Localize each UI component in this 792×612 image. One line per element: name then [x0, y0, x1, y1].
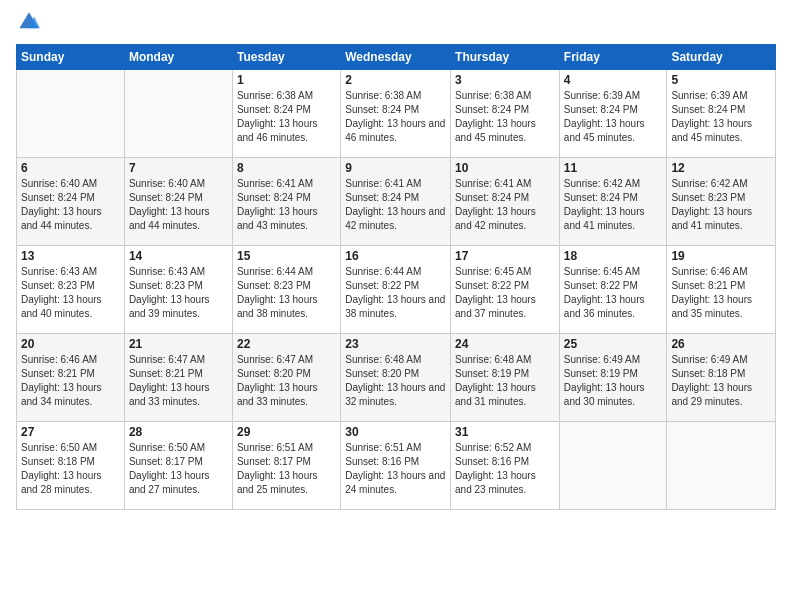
calendar-cell: 17Sunrise: 6:45 AM Sunset: 8:22 PM Dayli… — [451, 246, 560, 334]
day-number: 6 — [21, 161, 120, 175]
day-info: Sunrise: 6:41 AM Sunset: 8:24 PM Dayligh… — [455, 177, 555, 233]
day-number: 18 — [564, 249, 663, 263]
day-info: Sunrise: 6:45 AM Sunset: 8:22 PM Dayligh… — [564, 265, 663, 321]
day-number: 24 — [455, 337, 555, 351]
calendar-table: SundayMondayTuesdayWednesdayThursdayFrid… — [16, 44, 776, 510]
weekday-header-friday: Friday — [559, 45, 667, 70]
day-info: Sunrise: 6:40 AM Sunset: 8:24 PM Dayligh… — [21, 177, 120, 233]
calendar-cell: 16Sunrise: 6:44 AM Sunset: 8:22 PM Dayli… — [341, 246, 451, 334]
calendar-cell: 22Sunrise: 6:47 AM Sunset: 8:20 PM Dayli… — [232, 334, 340, 422]
day-info: Sunrise: 6:46 AM Sunset: 8:21 PM Dayligh… — [671, 265, 771, 321]
day-number: 8 — [237, 161, 336, 175]
day-info: Sunrise: 6:42 AM Sunset: 8:24 PM Dayligh… — [564, 177, 663, 233]
day-info: Sunrise: 6:51 AM Sunset: 8:16 PM Dayligh… — [345, 441, 446, 497]
day-info: Sunrise: 6:49 AM Sunset: 8:18 PM Dayligh… — [671, 353, 771, 409]
day-number: 31 — [455, 425, 555, 439]
calendar-cell — [559, 422, 667, 510]
day-number: 7 — [129, 161, 228, 175]
day-info: Sunrise: 6:41 AM Sunset: 8:24 PM Dayligh… — [345, 177, 446, 233]
day-info: Sunrise: 6:38 AM Sunset: 8:24 PM Dayligh… — [345, 89, 446, 145]
day-info: Sunrise: 6:50 AM Sunset: 8:17 PM Dayligh… — [129, 441, 228, 497]
day-info: Sunrise: 6:41 AM Sunset: 8:24 PM Dayligh… — [237, 177, 336, 233]
calendar-cell: 6Sunrise: 6:40 AM Sunset: 8:24 PM Daylig… — [17, 158, 125, 246]
day-info: Sunrise: 6:38 AM Sunset: 8:24 PM Dayligh… — [455, 89, 555, 145]
day-info: Sunrise: 6:45 AM Sunset: 8:22 PM Dayligh… — [455, 265, 555, 321]
weekday-header-wednesday: Wednesday — [341, 45, 451, 70]
calendar-cell: 29Sunrise: 6:51 AM Sunset: 8:17 PM Dayli… — [232, 422, 340, 510]
calendar-cell: 4Sunrise: 6:39 AM Sunset: 8:24 PM Daylig… — [559, 70, 667, 158]
calendar-cell: 19Sunrise: 6:46 AM Sunset: 8:21 PM Dayli… — [667, 246, 776, 334]
day-info: Sunrise: 6:50 AM Sunset: 8:18 PM Dayligh… — [21, 441, 120, 497]
calendar-cell: 30Sunrise: 6:51 AM Sunset: 8:16 PM Dayli… — [341, 422, 451, 510]
day-number: 16 — [345, 249, 446, 263]
calendar-cell: 31Sunrise: 6:52 AM Sunset: 8:16 PM Dayli… — [451, 422, 560, 510]
calendar-cell — [124, 70, 232, 158]
calendar-cell: 28Sunrise: 6:50 AM Sunset: 8:17 PM Dayli… — [124, 422, 232, 510]
day-info: Sunrise: 6:43 AM Sunset: 8:23 PM Dayligh… — [129, 265, 228, 321]
day-info: Sunrise: 6:40 AM Sunset: 8:24 PM Dayligh… — [129, 177, 228, 233]
calendar-cell: 12Sunrise: 6:42 AM Sunset: 8:23 PM Dayli… — [667, 158, 776, 246]
calendar-cell: 9Sunrise: 6:41 AM Sunset: 8:24 PM Daylig… — [341, 158, 451, 246]
day-number: 21 — [129, 337, 228, 351]
calendar-cell: 10Sunrise: 6:41 AM Sunset: 8:24 PM Dayli… — [451, 158, 560, 246]
calendar-cell: 14Sunrise: 6:43 AM Sunset: 8:23 PM Dayli… — [124, 246, 232, 334]
day-number: 12 — [671, 161, 771, 175]
day-number: 30 — [345, 425, 446, 439]
day-info: Sunrise: 6:39 AM Sunset: 8:24 PM Dayligh… — [564, 89, 663, 145]
calendar-cell: 13Sunrise: 6:43 AM Sunset: 8:23 PM Dayli… — [17, 246, 125, 334]
logo-icon — [18, 10, 40, 32]
day-number: 27 — [21, 425, 120, 439]
calendar-cell: 24Sunrise: 6:48 AM Sunset: 8:19 PM Dayli… — [451, 334, 560, 422]
day-number: 9 — [345, 161, 446, 175]
day-info: Sunrise: 6:52 AM Sunset: 8:16 PM Dayligh… — [455, 441, 555, 497]
day-info: Sunrise: 6:38 AM Sunset: 8:24 PM Dayligh… — [237, 89, 336, 145]
day-info: Sunrise: 6:44 AM Sunset: 8:23 PM Dayligh… — [237, 265, 336, 321]
day-number: 20 — [21, 337, 120, 351]
day-info: Sunrise: 6:47 AM Sunset: 8:20 PM Dayligh… — [237, 353, 336, 409]
calendar-cell: 25Sunrise: 6:49 AM Sunset: 8:19 PM Dayli… — [559, 334, 667, 422]
calendar-cell — [667, 422, 776, 510]
day-info: Sunrise: 6:42 AM Sunset: 8:23 PM Dayligh… — [671, 177, 771, 233]
day-number: 4 — [564, 73, 663, 87]
weekday-header-thursday: Thursday — [451, 45, 560, 70]
calendar-cell: 15Sunrise: 6:44 AM Sunset: 8:23 PM Dayli… — [232, 246, 340, 334]
calendar-cell: 1Sunrise: 6:38 AM Sunset: 8:24 PM Daylig… — [232, 70, 340, 158]
day-number: 15 — [237, 249, 336, 263]
day-number: 17 — [455, 249, 555, 263]
weekday-header-tuesday: Tuesday — [232, 45, 340, 70]
day-number: 29 — [237, 425, 336, 439]
calendar-cell: 5Sunrise: 6:39 AM Sunset: 8:24 PM Daylig… — [667, 70, 776, 158]
calendar-cell: 27Sunrise: 6:50 AM Sunset: 8:18 PM Dayli… — [17, 422, 125, 510]
day-info: Sunrise: 6:47 AM Sunset: 8:21 PM Dayligh… — [129, 353, 228, 409]
calendar-cell: 3Sunrise: 6:38 AM Sunset: 8:24 PM Daylig… — [451, 70, 560, 158]
weekday-header-monday: Monday — [124, 45, 232, 70]
weekday-header-sunday: Sunday — [17, 45, 125, 70]
day-number: 26 — [671, 337, 771, 351]
day-number: 23 — [345, 337, 446, 351]
calendar-cell: 26Sunrise: 6:49 AM Sunset: 8:18 PM Dayli… — [667, 334, 776, 422]
calendar-cell: 18Sunrise: 6:45 AM Sunset: 8:22 PM Dayli… — [559, 246, 667, 334]
day-number: 14 — [129, 249, 228, 263]
day-number: 5 — [671, 73, 771, 87]
calendar-cell — [17, 70, 125, 158]
day-info: Sunrise: 6:49 AM Sunset: 8:19 PM Dayligh… — [564, 353, 663, 409]
day-info: Sunrise: 6:44 AM Sunset: 8:22 PM Dayligh… — [345, 265, 446, 321]
calendar-cell: 2Sunrise: 6:38 AM Sunset: 8:24 PM Daylig… — [341, 70, 451, 158]
day-number: 1 — [237, 73, 336, 87]
logo — [16, 10, 44, 36]
day-number: 10 — [455, 161, 555, 175]
day-number: 2 — [345, 73, 446, 87]
calendar-cell: 7Sunrise: 6:40 AM Sunset: 8:24 PM Daylig… — [124, 158, 232, 246]
calendar-cell: 21Sunrise: 6:47 AM Sunset: 8:21 PM Dayli… — [124, 334, 232, 422]
day-number: 19 — [671, 249, 771, 263]
day-number: 3 — [455, 73, 555, 87]
calendar-cell: 8Sunrise: 6:41 AM Sunset: 8:24 PM Daylig… — [232, 158, 340, 246]
calendar-cell: 23Sunrise: 6:48 AM Sunset: 8:20 PM Dayli… — [341, 334, 451, 422]
weekday-header-saturday: Saturday — [667, 45, 776, 70]
day-number: 22 — [237, 337, 336, 351]
calendar-cell: 11Sunrise: 6:42 AM Sunset: 8:24 PM Dayli… — [559, 158, 667, 246]
calendar-cell: 20Sunrise: 6:46 AM Sunset: 8:21 PM Dayli… — [17, 334, 125, 422]
day-number: 25 — [564, 337, 663, 351]
day-info: Sunrise: 6:48 AM Sunset: 8:19 PM Dayligh… — [455, 353, 555, 409]
day-info: Sunrise: 6:46 AM Sunset: 8:21 PM Dayligh… — [21, 353, 120, 409]
